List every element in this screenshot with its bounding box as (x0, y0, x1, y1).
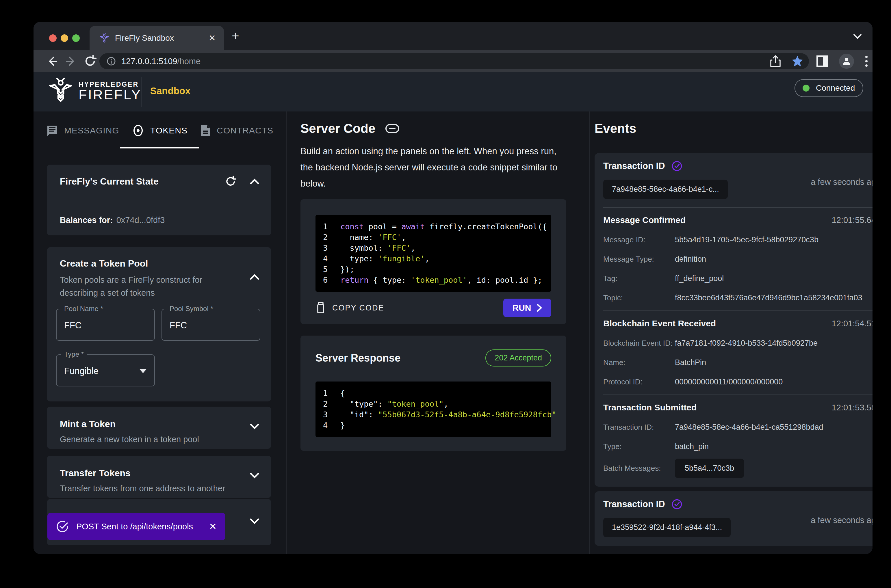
line-number: 4 (323, 253, 333, 264)
code-token: const (340, 221, 364, 232)
check-circle-icon (672, 499, 682, 510)
hyperledger-firefly-logo: HYPERLEDGER FIREFLY (49, 77, 141, 104)
event-detail-row: Message ID:5b5a4d19-1705-45ec-9fcf-58b02… (603, 236, 873, 244)
balances-address: 0x74d...0fdf3 (116, 216, 165, 225)
server-code-card: 1const pool = await firefly.createTokenP… (301, 199, 566, 324)
events-panel: Events Transaction IDa few seconds ago7a… (589, 111, 873, 554)
browser-menu-kebab-icon[interactable] (864, 55, 868, 68)
toast-close-icon[interactable]: ✕ (209, 521, 217, 532)
type-select[interactable]: Type * Fungible (56, 354, 155, 386)
url-bar[interactable]: 127.0.0.1:5109/home (99, 53, 809, 69)
collapse-chevron-up-icon[interactable] (249, 274, 260, 280)
app-header: HYPERLEDGER FIREFLY Sandbox Connected (33, 72, 873, 111)
event-detail-value: definition (675, 255, 706, 264)
server-response-block: 1{2 "type": "token_pool",3 "id": "55b067… (316, 381, 551, 437)
code-token: name: (340, 232, 378, 243)
middle-panel: Server Code Build an action using the pa… (286, 111, 589, 554)
share-icon[interactable] (770, 55, 781, 68)
firefly-favicon-icon (99, 33, 109, 43)
forward-icon[interactable] (64, 54, 78, 68)
code-line: 3 symbol: 'FFC', (323, 243, 545, 253)
event-timestamp: 12:01:54.515 (832, 319, 873, 328)
code-token: , (411, 243, 415, 253)
event-detail-row: Tag:ff_define_pool (603, 274, 873, 283)
code-token: , id: pool.id }; (467, 274, 542, 285)
copy-code-button[interactable]: COPY CODE (316, 302, 384, 314)
profile-avatar[interactable] (839, 54, 854, 69)
expand-chevron-down-icon[interactable] (249, 423, 260, 430)
code-line: 4 type: 'fungible', (323, 253, 545, 264)
event-card-header: Transaction ID (603, 499, 873, 510)
bookmark-star-icon[interactable] (791, 55, 804, 68)
event-detail-label: Batch Messages: (603, 464, 675, 473)
transaction-id-chip[interactable]: 7a948e85-58ec-4a66-b4e1-c... (603, 180, 728, 199)
code-token: await (401, 221, 425, 232)
reload-icon[interactable] (83, 54, 97, 68)
window-close-button[interactable] (49, 34, 57, 42)
mint-token-title: Mint a Token (60, 419, 258, 429)
code-token: symbol: (340, 243, 388, 253)
code-line: 2 "type": "token_pool", (323, 399, 545, 409)
event-detail-row: Blockchain Event ID:fa7a7181-f092-4910-b… (603, 339, 873, 348)
code-line: 3 "id": "55b067d3-52f5-4a8b-a64e-9d8fe59… (323, 409, 545, 420)
mint-token-card[interactable]: Mint a Token Generate a new token in a t… (47, 406, 271, 449)
transaction-id-title: Transaction ID (603, 499, 665, 510)
line-number: 3 (323, 243, 333, 253)
batch-messages-chip[interactable]: 5b5a4...70c3b (675, 459, 744, 478)
code-token: "token_pool" (388, 399, 444, 409)
pool-symbol-field[interactable]: Pool Symbol * FFC (161, 309, 260, 341)
copy-icon (316, 302, 326, 314)
expand-chevron-down-icon[interactable] (249, 518, 260, 525)
transaction-id-chip[interactable]: 1e359522-9f2d-418f-a944-4f3... (603, 518, 731, 537)
events-title: Events (595, 121, 873, 136)
window-minimize-button[interactable] (61, 34, 68, 42)
status-badge: 202 Accepted (485, 350, 551, 366)
left-panel: MESSAGING TOKENS CONTRACTS FireFly' (33, 111, 286, 554)
code-token: type: (340, 253, 378, 264)
event-detail-label: Name: (603, 358, 675, 367)
pool-name-field[interactable]: Pool Name * FFC (56, 309, 155, 341)
create-pool-description: Token pools are a FireFly construct for … (60, 273, 233, 300)
balances-row: Balances for:0x74d...0fdf3 (60, 216, 165, 225)
run-label: RUN (512, 303, 531, 313)
run-button[interactable]: RUN (503, 298, 551, 317)
event-timestamp: 12:01:53.584 (832, 403, 873, 412)
server-code-block: 1const pool = await firefly.createTokenP… (316, 215, 551, 292)
tab-search-chevron-icon[interactable] (852, 33, 863, 40)
event-card: Transaction IDa few seconds ago1e359522-… (595, 491, 873, 546)
line-number: 6 (323, 274, 333, 285)
url-path: /home (177, 57, 201, 66)
window-maximize-button[interactable] (72, 34, 80, 42)
tab-contracts[interactable]: CONTRACTS (200, 120, 273, 148)
events-list: Transaction IDa few seconds ago7a948e85-… (595, 153, 873, 550)
expand-chevron-down-icon[interactable] (249, 472, 260, 479)
event-detail-label: Blockchain Event ID: (603, 339, 675, 348)
side-panel-icon[interactable] (816, 55, 829, 68)
line-number: 2 (323, 232, 333, 243)
back-icon[interactable] (45, 54, 59, 68)
code-line: 1const pool = await firefly.createTokenP… (323, 221, 545, 232)
event-section-title: Blockchain Event Received (603, 318, 832, 328)
site-info-icon[interactable] (106, 56, 116, 66)
event-detail-label: Message Type: (603, 255, 675, 264)
tab-close-icon[interactable]: ✕ (209, 34, 216, 42)
mint-token-description: Generate a new token in a token pool (60, 433, 258, 446)
event-relative-time: a few seconds ago (811, 516, 873, 525)
event-detail-label: Topic: (603, 293, 675, 302)
refresh-icon[interactable] (224, 175, 237, 188)
event-card-header: Transaction ID (603, 160, 873, 171)
code-token: firefly.createTokenPool({ (425, 221, 547, 232)
collapse-chevron-up-icon[interactable] (249, 178, 260, 184)
tab-messaging-label: MESSAGING (64, 126, 119, 135)
connection-status-label: Connected (816, 84, 855, 93)
event-timestamp: 12:01:55.646 (832, 216, 873, 225)
link-icon[interactable] (385, 124, 400, 134)
tab-messaging[interactable]: MESSAGING (46, 120, 119, 148)
transfer-tokens-card[interactable]: Transfer Tokens Transfer tokens from one… (47, 456, 271, 498)
code-token: 'FFC' (388, 243, 411, 253)
tab-tokens[interactable]: TOKENS (132, 120, 188, 148)
section-divider (603, 310, 873, 311)
new-tab-button[interactable]: + (232, 31, 239, 41)
browser-tab[interactable]: FireFly Sandbox ✕ (90, 26, 224, 50)
event-section-header: Transaction Submitted12:01:53.584 (603, 403, 873, 412)
